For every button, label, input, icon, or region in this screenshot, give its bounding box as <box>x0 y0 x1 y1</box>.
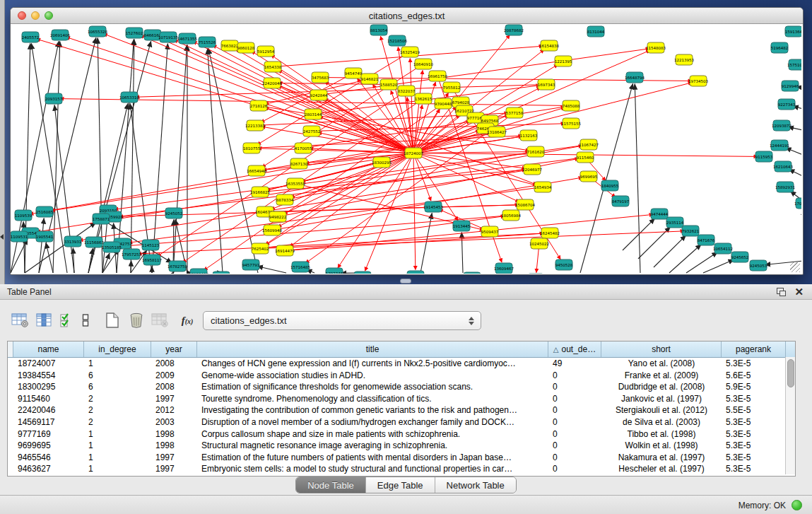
network-node[interactable]: 1840955 <box>601 180 619 191</box>
network-node[interactable]: 15086704 <box>515 199 535 210</box>
network-node[interactable]: 9699695 <box>580 171 598 182</box>
network-node[interactable]: 9115953 <box>755 151 773 162</box>
network-node[interactable]: 8131044 <box>587 26 605 37</box>
network-node[interactable]: 9860128 <box>237 42 255 53</box>
network-node[interactable]: 2803144 <box>305 109 322 119</box>
network-node[interactable]: 1905541 <box>36 231 54 242</box>
network-node[interactable]: 8471676 <box>698 235 715 245</box>
column-header-name[interactable]: name <box>13 341 84 357</box>
network-node[interactable]: 1292812 <box>213 271 230 274</box>
network-window-titlebar[interactable]: citations_edges.txt <box>11 8 803 24</box>
table-vertical-scrollbar[interactable] <box>785 357 795 474</box>
scrollbar-thumb[interactable] <box>787 359 794 387</box>
network-node[interactable]: 9454749 <box>345 68 363 78</box>
network-node[interactable]: 13609467 <box>494 263 514 274</box>
network-node[interactable]: 9450528 <box>555 259 573 270</box>
column-header-year[interactable]: year <box>151 341 197 357</box>
close-window-button[interactable] <box>18 11 26 20</box>
network-view-window[interactable]: citations_edges.txt 24055722069140610655… <box>10 7 804 275</box>
network-node[interactable]: 1360946 <box>407 271 425 274</box>
network-node[interactable]: 1292346 <box>326 268 343 274</box>
table-row[interactable]: 1456911722003Disruption of a novel membe… <box>8 416 795 428</box>
network-node[interactable]: 1654934 <box>534 182 552 192</box>
network-node[interactable]: 15751074 <box>787 59 801 70</box>
column-header-out_de[interactable]: △out_de… <box>548 341 601 357</box>
network-node[interactable]: 13505185 <box>102 242 122 252</box>
network-node[interactable]: 1913445 <box>453 221 471 231</box>
network-node[interactable]: 9508525 <box>354 271 372 274</box>
zoom-window-button[interactable] <box>45 11 53 20</box>
tab-network-table[interactable]: Network Table <box>435 477 516 493</box>
network-node[interactable]: 9146821 <box>361 74 379 84</box>
table-row[interactable]: 969969511998Structural magnetic resonanc… <box>8 440 795 452</box>
close-panel-icon[interactable]: ✕ <box>794 287 804 297</box>
network-node[interactable]: 16654948 <box>247 165 266 176</box>
network-node[interactable]: 10245022 <box>529 238 549 249</box>
network-node[interactable]: 20691406 <box>50 30 70 40</box>
network-node[interactable]: 1221395 <box>555 56 572 66</box>
network-node[interactable]: 1591364 <box>785 26 801 37</box>
network-node[interactable]: 8878334 <box>276 194 294 205</box>
network-node[interactable]: 9474444 <box>651 209 669 219</box>
table-row[interactable]: 946362711997Embryonic stem cells: a mode… <box>8 463 795 475</box>
table-row[interactable]: 946554611997Estimation of the future num… <box>8 451 795 463</box>
table-row[interactable]: 1872400712008Changes of HCN gene express… <box>8 358 795 370</box>
network-node[interactable]: 9245652 <box>731 252 749 262</box>
minimize-window-button[interactable] <box>31 11 40 20</box>
network-node[interactable]: 1588520 <box>380 79 398 90</box>
network-node[interactable]: 1109539 <box>15 210 33 221</box>
network-node[interactable]: 1697343 <box>538 79 555 90</box>
network-node[interactable]: 18640910 <box>413 59 433 69</box>
table-settings-button[interactable] <box>8 308 33 332</box>
network-node[interactable]: 15716485 <box>290 262 310 272</box>
network-node[interactable]: 9156632 <box>464 272 481 274</box>
network-node[interactable]: 16914479 <box>275 245 295 256</box>
network-node[interactable]: 2516085 <box>36 206 54 217</box>
network-node[interactable]: 2427552 <box>303 126 321 136</box>
network-node[interactable]: 11575155 <box>561 118 581 129</box>
network-node[interactable]: 8322037 <box>398 86 416 96</box>
network-node[interactable]: 15218506 <box>387 35 407 46</box>
network-node[interactable]: 9498222 <box>269 211 287 222</box>
network-node[interactable]: 12923468 <box>189 269 208 274</box>
network-node[interactable]: 1145123 <box>142 240 160 250</box>
network-node[interactable]: 7161620 <box>527 146 545 157</box>
network-node[interactable]: 7955812 <box>443 82 461 93</box>
network-node[interactable]: 7663822 <box>221 40 239 51</box>
network-node[interactable]: 16325419 <box>400 47 420 57</box>
network-node[interactable]: 16245482 <box>540 228 560 238</box>
network-node[interactable]: 1527602 <box>126 28 143 38</box>
network-node[interactable]: 8479197 <box>612 196 630 206</box>
network-node[interactable]: 10654112 <box>713 243 733 254</box>
network-node[interactable]: 12213383 <box>245 120 265 131</box>
network-node[interactable]: 1109531 <box>11 231 28 242</box>
network-node[interactable]: 3475683 <box>312 72 329 83</box>
network-node[interactable]: 10719135 <box>158 32 178 42</box>
row-height-button[interactable] <box>76 308 95 332</box>
network-node[interactable]: 7932621 <box>682 226 700 236</box>
network-node[interactable]: 9390448 <box>435 98 452 109</box>
network-node[interactable]: 12093872 <box>772 120 792 131</box>
network-node[interactable]: 12444191 <box>770 140 789 151</box>
network-node[interactable]: 16782759 <box>167 261 187 271</box>
select-rows-button[interactable] <box>57 308 76 332</box>
network-node[interactable]: 16961758 <box>428 71 447 81</box>
table-row[interactable]: 2242004622012Investigating the contribut… <box>8 404 795 416</box>
network-node[interactable]: 19166825 <box>250 187 270 197</box>
column-header-in_degree[interactable]: in_degree <box>84 341 151 357</box>
network-node[interactable]: 19145453 <box>423 201 443 212</box>
network-node[interactable]: 5912954 <box>257 46 275 57</box>
network-node[interactable]: 15609948 <box>262 225 282 235</box>
network-node[interactable]: 9245052 <box>165 208 183 218</box>
network-node[interactable]: 11067427 <box>579 139 599 150</box>
network-node[interactable]: 18056984 <box>501 210 521 221</box>
network-node[interactable]: 9242844 <box>310 90 328 100</box>
network-node[interactable]: 16353559 <box>286 178 305 189</box>
network-node[interactable]: 22046977 <box>522 164 542 175</box>
network-node[interactable]: 7625402 <box>252 243 269 254</box>
network-node[interactable]: 17016504 <box>794 198 801 209</box>
collapse-arrow-icon[interactable] <box>0 234 4 240</box>
network-node[interactable]: 2935114 <box>666 217 684 228</box>
network-node[interactable]: 19734503 <box>688 76 708 86</box>
network-node[interactable]: 18300295 <box>372 157 392 168</box>
